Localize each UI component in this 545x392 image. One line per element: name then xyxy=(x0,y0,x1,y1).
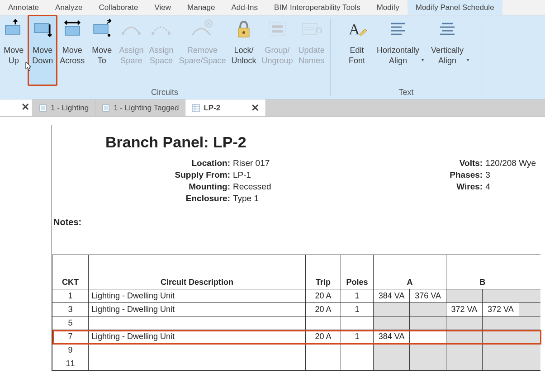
cell-trip[interactable]: 20 A xyxy=(306,303,341,316)
table-row[interactable]: 9 xyxy=(52,344,541,357)
cell-a2[interactable] xyxy=(410,303,446,316)
svg-rect-1 xyxy=(34,24,49,33)
table-row[interactable]: 7Lighting - Dwelling Unit20 A1384 VA xyxy=(52,330,541,344)
col-desc: Circuit Description xyxy=(89,255,306,289)
cell-extra[interactable] xyxy=(519,303,540,316)
table-row[interactable]: 1Lighting - Dwelling Unit20 A1384 VA376 … xyxy=(52,289,541,303)
cell-trip[interactable]: 20 A xyxy=(306,330,341,344)
cell-desc[interactable] xyxy=(89,344,306,357)
cell-ckt[interactable]: 3 xyxy=(52,303,89,316)
table-row[interactable]: 11 xyxy=(52,357,541,371)
cell-b2[interactable] xyxy=(483,357,519,371)
tab-annotate[interactable]: Annotate xyxy=(0,0,47,15)
tab-modify[interactable]: Modify xyxy=(369,0,408,15)
move-up-button[interactable]: Move Up xyxy=(2,15,28,85)
meta-value: Riser 017 xyxy=(233,158,271,168)
close-icon[interactable]: ✕ xyxy=(21,101,29,113)
cell-desc[interactable] xyxy=(89,357,306,371)
cell-b1[interactable] xyxy=(446,330,482,344)
cell-extra[interactable] xyxy=(519,316,540,330)
cell-ckt[interactable]: 7 xyxy=(52,330,89,344)
circuit-table[interactable]: CKT Circuit Description Trip Poles A B 1… xyxy=(52,255,540,371)
svg-text:A: A xyxy=(349,21,360,38)
cell-ckt[interactable]: 9 xyxy=(52,344,89,357)
table-row[interactable]: 3Lighting - Dwelling Unit20 A1372 VA372 … xyxy=(52,303,541,316)
cell-b2[interactable] xyxy=(483,316,519,330)
cell-poles[interactable]: 1 xyxy=(341,303,374,316)
group-icon xyxy=(265,17,289,41)
tab-analyze[interactable]: Analyze xyxy=(47,0,90,15)
cell-trip[interactable] xyxy=(306,357,341,371)
cell-a1[interactable] xyxy=(374,357,410,371)
cell-b1[interactable] xyxy=(446,316,482,330)
doc-tab-lighting-tagged[interactable]: 1 - Lighting Tagged xyxy=(95,99,185,116)
doc-tab-lighting[interactable]: 1 - Lighting xyxy=(33,99,95,116)
doc-tab-lp2[interactable]: LP-2 ✕ xyxy=(185,99,266,116)
cell-a1[interactable]: 384 VA xyxy=(374,289,410,303)
meta-key: Wires: xyxy=(271,182,486,192)
table-row[interactable]: 5 xyxy=(52,316,541,330)
assign-spare-icon xyxy=(119,17,143,41)
tab-modify-panel-schedule[interactable]: Modify Panel Schedule xyxy=(408,0,502,15)
tab-addins[interactable]: Add-Ins xyxy=(223,0,266,15)
ribbon-separator xyxy=(330,19,331,96)
meta-value: 3 xyxy=(485,170,540,180)
cell-trip[interactable] xyxy=(306,316,341,330)
move-down-button[interactable]: Move Down xyxy=(28,15,57,85)
tab-collaborate[interactable]: Collaborate xyxy=(91,0,147,15)
cell-poles[interactable] xyxy=(341,316,374,330)
cell-extra[interactable] xyxy=(519,330,540,344)
tab-bim[interactable]: BIM Interoperability Tools xyxy=(266,0,369,15)
move-across-button[interactable]: Move Across xyxy=(57,15,87,85)
cell-a2[interactable]: 376 VA xyxy=(410,289,446,303)
tab-view[interactable]: View xyxy=(147,0,180,15)
cell-ckt[interactable]: 11 xyxy=(52,357,89,371)
assign-space-button: Assign Space xyxy=(146,15,176,85)
v-align-icon xyxy=(436,17,459,41)
cell-a1[interactable]: 384 VA xyxy=(374,330,410,344)
cell-trip[interactable] xyxy=(306,344,341,357)
cell-b2[interactable] xyxy=(483,330,519,344)
cell-a1[interactable] xyxy=(374,316,410,330)
cell-b2[interactable] xyxy=(483,344,519,357)
cell-a2[interactable] xyxy=(410,330,446,344)
cell-desc[interactable]: Lighting - Dwelling Unit xyxy=(89,330,306,344)
cell-b1[interactable]: 372 VA xyxy=(446,303,482,316)
cell-a1[interactable] xyxy=(374,344,410,357)
cell-poles[interactable]: 1 xyxy=(341,289,374,303)
cell-a2[interactable] xyxy=(410,344,446,357)
cell-poles[interactable] xyxy=(341,344,374,357)
tab-manage[interactable]: Manage xyxy=(179,0,223,15)
cell-a2[interactable] xyxy=(410,316,446,330)
cell-extra[interactable] xyxy=(519,344,540,357)
cell-ckt[interactable]: 5 xyxy=(52,316,89,330)
button-label: Remove Spare/Space xyxy=(179,45,226,66)
cell-desc[interactable]: Lighting - Dwelling Unit xyxy=(89,289,306,303)
cell-poles[interactable] xyxy=(341,357,374,371)
cell-desc[interactable]: Lighting - Dwelling Unit xyxy=(89,303,306,316)
schedule-icon xyxy=(192,104,200,112)
edit-font-button[interactable]: A Edit Font xyxy=(342,15,371,85)
content-area: Branch Panel: LP-2 Location: Riser 017 V… xyxy=(0,117,545,371)
close-icon[interactable]: ✕ xyxy=(251,102,259,114)
cell-b2[interactable] xyxy=(483,289,519,303)
cell-extra[interactable] xyxy=(519,357,540,371)
panel-meta: Location: Riser 017 Volts: 120/208 Wye S… xyxy=(52,158,540,203)
v-align-button[interactable]: Vertically Align ▾ xyxy=(425,15,470,85)
cell-b1[interactable] xyxy=(446,357,482,371)
move-to-button[interactable]: Move To xyxy=(87,15,116,85)
cell-a1[interactable] xyxy=(374,303,410,316)
cell-desc[interactable] xyxy=(89,316,306,330)
lock-unlock-button[interactable]: Lock/ Unlock xyxy=(229,15,259,85)
cell-poles[interactable]: 1 xyxy=(341,330,374,344)
cell-b1[interactable] xyxy=(446,344,482,357)
button-label: Edit Font xyxy=(349,45,365,66)
cell-b1[interactable] xyxy=(446,289,482,303)
cell-trip[interactable]: 20 A xyxy=(306,289,341,303)
cell-a2[interactable] xyxy=(410,357,446,371)
cell-b2[interactable]: 372 VA xyxy=(483,303,519,316)
h-align-button[interactable]: Horizontally Align ▾ xyxy=(371,15,425,85)
cell-extra[interactable] xyxy=(519,289,540,303)
group-ungroup-button: Group/ Ungroup xyxy=(259,15,296,85)
cell-ckt[interactable]: 1 xyxy=(52,289,89,303)
